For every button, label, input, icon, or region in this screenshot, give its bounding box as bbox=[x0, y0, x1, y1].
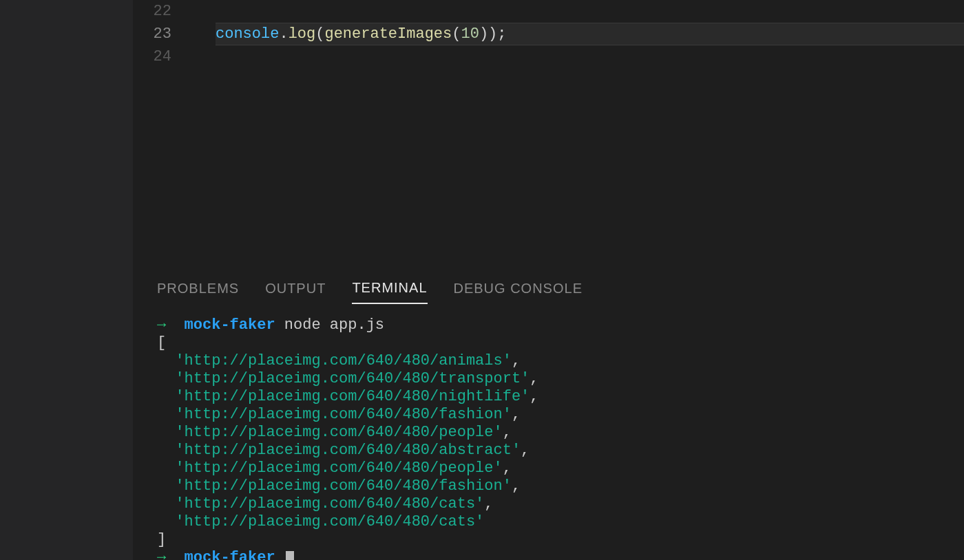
terminal-array-item: 'http://placeimg.com/640/480/fashion', bbox=[157, 406, 940, 424]
token-obj: console bbox=[216, 25, 279, 43]
terminal-array-item: 'http://placeimg.com/640/480/fashion', bbox=[157, 477, 940, 495]
terminal-comma: , bbox=[512, 352, 521, 369]
panel-tab-bar: PROBLEMSOUTPUTTERMINALDEBUG CONSOLE bbox=[157, 272, 940, 304]
terminal-string: 'http://placeimg.com/640/480/cats' bbox=[175, 513, 484, 530]
terminal-string: 'http://placeimg.com/640/480/people' bbox=[175, 424, 502, 441]
token-fn: log bbox=[289, 25, 316, 43]
terminal-prompt-line: → mock-faker node app.js bbox=[157, 316, 940, 334]
terminal-string: 'http://placeimg.com/640/480/fashion' bbox=[175, 477, 511, 495]
terminal-array-item: 'http://placeimg.com/640/480/cats', bbox=[157, 495, 940, 513]
code-text[interactable]: console.log(generateImages(10)); bbox=[187, 25, 507, 43]
terminal-output[interactable]: → mock-faker node app.js[ 'http://placei… bbox=[157, 304, 940, 560]
terminal-array-item: 'http://placeimg.com/640/480/people', bbox=[157, 424, 940, 442]
terminal-string: 'http://placeimg.com/640/480/cats' bbox=[175, 495, 484, 513]
main-area: 2223console.log(generateImages(10));24 P… bbox=[133, 0, 964, 560]
token-punct: ( bbox=[452, 25, 461, 43]
app-root: 2223console.log(generateImages(10));24 P… bbox=[0, 0, 964, 560]
sidebar bbox=[0, 0, 133, 560]
terminal-comma: , bbox=[521, 442, 530, 459]
terminal-array-item: 'http://placeimg.com/640/480/people', bbox=[157, 460, 940, 477]
terminal-prompt-line: → mock-faker bbox=[157, 549, 940, 560]
tab-debug[interactable]: DEBUG CONSOLE bbox=[454, 272, 583, 304]
prompt-arrow-icon: → bbox=[157, 549, 166, 560]
terminal-comma: , bbox=[484, 495, 493, 513]
terminal-string: 'http://placeimg.com/640/480/people' bbox=[175, 460, 502, 477]
terminal-string: 'http://placeimg.com/640/480/animals' bbox=[175, 352, 511, 369]
terminal-array-item: 'http://placeimg.com/640/480/abstract', bbox=[157, 442, 940, 460]
terminal-string: 'http://placeimg.com/640/480/transport' bbox=[175, 370, 530, 387]
tab-terminal[interactable]: TERMINAL bbox=[352, 272, 427, 304]
terminal-array-open: [ bbox=[157, 334, 940, 352]
terminal-array-item: 'http://placeimg.com/640/480/transport', bbox=[157, 370, 940, 388]
tab-output[interactable]: OUTPUT bbox=[265, 272, 326, 304]
line-number: 24 bbox=[133, 48, 187, 65]
token-punct: ( bbox=[315, 25, 324, 43]
token-fn: generateImages bbox=[324, 25, 452, 43]
terminal-array-item: 'http://placeimg.com/640/480/cats' bbox=[157, 513, 940, 531]
code-editor[interactable]: 2223console.log(generateImages(10));24 bbox=[133, 0, 964, 264]
terminal-comma: , bbox=[512, 477, 521, 495]
token-punct: . bbox=[279, 25, 288, 43]
token-punct: )); bbox=[479, 25, 507, 43]
token-num: 10 bbox=[461, 25, 479, 43]
prompt-directory: mock-faker bbox=[185, 549, 275, 560]
terminal-array-item: 'http://placeimg.com/640/480/nightlife', bbox=[157, 388, 940, 406]
code-line[interactable]: 23console.log(generateImages(10)); bbox=[133, 23, 964, 45]
terminal-string: 'http://placeimg.com/640/480/nightlife' bbox=[175, 388, 530, 405]
prompt-directory: mock-faker bbox=[185, 316, 275, 334]
terminal-comma: , bbox=[530, 370, 538, 387]
code-line[interactable]: 22 bbox=[133, 0, 964, 23]
terminal-comma: , bbox=[512, 406, 521, 423]
terminal-comma: , bbox=[503, 424, 512, 441]
terminal-comma: , bbox=[530, 388, 538, 405]
terminal-cursor bbox=[286, 551, 294, 560]
bottom-panel: PROBLEMSOUTPUTTERMINALDEBUG CONSOLE → mo… bbox=[133, 264, 964, 560]
terminal-comma: , bbox=[503, 460, 512, 477]
terminal-command: node app.js bbox=[284, 316, 384, 334]
prompt-arrow-icon: → bbox=[157, 316, 166, 334]
tab-problems[interactable]: PROBLEMS bbox=[157, 272, 239, 304]
terminal-string: 'http://placeimg.com/640/480/abstract' bbox=[175, 442, 521, 459]
line-number: 22 bbox=[133, 3, 187, 20]
terminal-array-close: ] bbox=[157, 531, 940, 549]
line-number: 23 bbox=[133, 25, 187, 43]
terminal-string: 'http://placeimg.com/640/480/fashion' bbox=[175, 406, 511, 423]
code-line[interactable]: 24 bbox=[133, 45, 964, 68]
terminal-array-item: 'http://placeimg.com/640/480/animals', bbox=[157, 352, 940, 370]
